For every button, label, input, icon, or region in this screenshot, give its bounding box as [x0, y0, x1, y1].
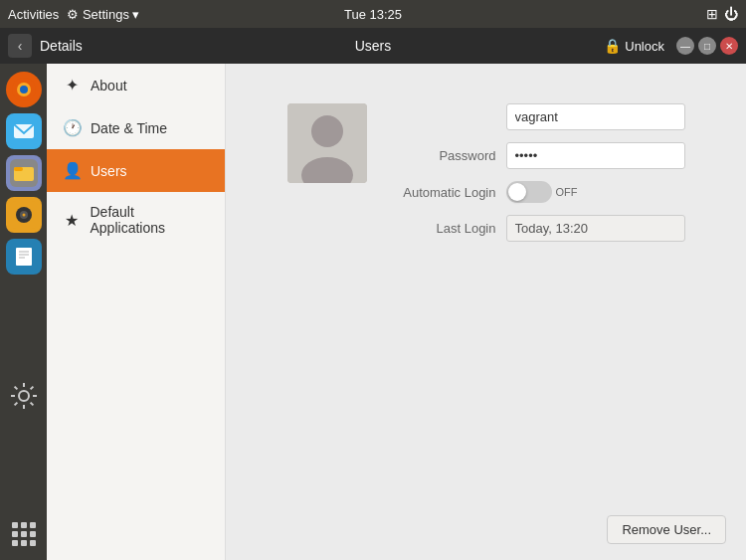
content-area: Password Automatic Login OFF Last Logi [226, 64, 746, 560]
window-minimize-button[interactable]: — [676, 37, 694, 55]
user-form: Password Automatic Login OFF Last Logi [387, 103, 685, 242]
remove-user-button[interactable]: Remove User... [607, 515, 726, 544]
sidebar-label-datetime: Date & Time [91, 120, 167, 136]
last-login-row: Last Login [387, 215, 685, 242]
application-dock [0, 64, 47, 560]
activities-label[interactable]: Activities [8, 7, 59, 22]
password-label: Password [387, 148, 496, 163]
sidebar-item-datetime[interactable]: 🕐 Date & Time [47, 106, 225, 149]
network-icon: ⊞ [706, 6, 718, 22]
topbar-left: Activities ⚙ Settings ▾ [8, 7, 140, 22]
svg-rect-13 [16, 248, 32, 266]
lock-icon: 🔒 [604, 38, 621, 54]
dock-settings[interactable] [6, 378, 42, 414]
dock-firefox[interactable] [6, 72, 42, 107]
window-maximize-button[interactable]: □ [698, 37, 716, 55]
user-avatar[interactable] [287, 103, 367, 183]
svg-rect-7 [14, 167, 23, 171]
svg-line-23 [30, 402, 33, 405]
sidebar-item-about[interactable]: ✦ About [47, 64, 225, 106]
dock-writer[interactable] [6, 239, 42, 275]
last-login-label: Last Login [387, 221, 496, 236]
svg-point-27 [311, 115, 343, 147]
topbar-right: ⊞ ⏻ [706, 6, 738, 22]
dock-rhythmbox[interactable] [6, 197, 42, 233]
main-area: ✦ About 🕐 Date & Time 👤 Users ★ Default … [0, 64, 746, 560]
autologin-label: Automatic Login [387, 185, 496, 200]
settings-menu[interactable]: ⚙ Settings ▾ [67, 7, 139, 22]
topbar: Activities ⚙ Settings ▾ Tue 13:25 ⊞ ⏻ [0, 0, 746, 28]
titlebar-center-title: Users [355, 38, 392, 54]
about-icon: ✦ [63, 76, 81, 94]
titlebar: ‹ Details Users 🔒 Unlock — □ ✕ [0, 28, 746, 64]
topbar-clock: Tue 13:25 [344, 7, 402, 22]
svg-line-24 [14, 402, 17, 405]
svg-point-2 [20, 86, 28, 93]
autologin-toggle[interactable]: OFF [506, 181, 578, 203]
datetime-icon: 🕐 [63, 118, 81, 137]
last-login-input [506, 215, 685, 242]
power-icon[interactable]: ⏻ [724, 6, 738, 22]
toggle-thumb [508, 183, 526, 201]
users-icon: 👤 [63, 161, 81, 180]
unlock-button[interactable]: 🔒 Unlock [596, 34, 672, 58]
sidebar-label-users: Users [91, 163, 127, 179]
username-row [387, 103, 685, 130]
default-apps-icon: ★ [63, 211, 81, 230]
svg-line-25 [30, 386, 33, 389]
dock-files[interactable] [6, 155, 42, 191]
svg-point-17 [19, 391, 29, 401]
password-row: Password [387, 142, 685, 169]
settings-sidebar: ✦ About 🕐 Date & Time 👤 Users ★ Default … [47, 64, 226, 560]
username-input[interactable] [506, 103, 685, 130]
svg-point-11 [22, 214, 25, 217]
autologin-row: Automatic Login OFF [387, 181, 685, 203]
unlock-label: Unlock [625, 39, 664, 54]
titlebar-controls: 🔒 Unlock — □ ✕ [596, 34, 738, 58]
sidebar-item-users[interactable]: 👤 Users [47, 149, 225, 192]
svg-line-22 [14, 386, 17, 389]
titlebar-title: Details [40, 38, 83, 54]
sidebar-item-default-apps[interactable]: ★ Default Applications [47, 192, 225, 248]
show-applications-button[interactable] [6, 516, 42, 552]
toggle-off-label: OFF [556, 186, 578, 198]
window-close-button[interactable]: ✕ [720, 37, 738, 55]
password-input[interactable] [506, 142, 685, 169]
sidebar-label-default-apps: Default Applications [91, 204, 210, 236]
sidebar-label-about: About [91, 78, 127, 93]
dock-email[interactable] [6, 113, 42, 149]
user-section: Password Automatic Login OFF Last Logi [287, 103, 685, 242]
back-button[interactable]: ‹ [8, 34, 32, 58]
toggle-track[interactable] [506, 181, 552, 203]
titlebar-left: ‹ Details [8, 34, 83, 58]
